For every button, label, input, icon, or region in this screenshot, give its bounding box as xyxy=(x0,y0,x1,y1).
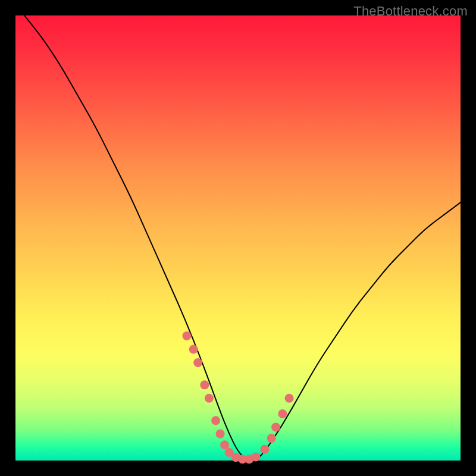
highlight-dot xyxy=(285,394,294,403)
highlight-dot xyxy=(211,416,220,425)
highlight-dot xyxy=(278,409,287,418)
highlight-dot xyxy=(193,358,202,367)
highlight-dot xyxy=(200,380,209,389)
near-optimum-dots xyxy=(182,331,293,464)
highlight-dot xyxy=(189,345,198,354)
highlight-dot xyxy=(220,440,229,449)
chart-overlay xyxy=(15,15,461,461)
highlight-dot xyxy=(182,331,191,340)
highlight-dot xyxy=(251,453,260,462)
bottleneck-curve xyxy=(24,15,461,461)
highlight-dot xyxy=(216,430,225,439)
highlight-dot xyxy=(205,394,214,403)
highlight-dot xyxy=(271,422,280,431)
highlight-dot xyxy=(267,434,276,443)
highlight-dot xyxy=(260,445,269,454)
